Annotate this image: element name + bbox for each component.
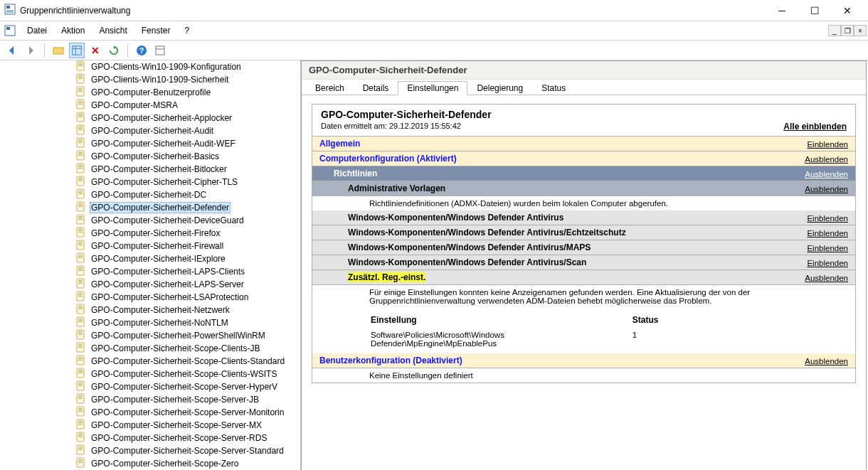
expand-all-link[interactable]: Alle einblenden <box>783 122 847 132</box>
tree-item[interactable]: GPO-Computer-Sicherheit-Firefox <box>0 227 300 240</box>
mdi-restore-button[interactable]: ❐ <box>841 25 854 36</box>
tree-item[interactable]: GPO-Computer-Sicherheit-Scope-Clients-St… <box>0 355 300 368</box>
tree-item[interactable]: GPO-Clients-Win10-1909-Sicherheit <box>0 73 300 86</box>
tree-item[interactable]: GPO-Computer-Sicherheit-Scope-Server-Sta… <box>0 444 300 457</box>
tab-bereich[interactable]: Bereich <box>306 81 354 95</box>
section-admintpl-toggle[interactable]: Ausblenden <box>805 185 848 193</box>
tree-item[interactable]: GPO-Computer-Sicherheit-Defender <box>0 201 300 214</box>
refresh-button[interactable] <box>106 43 122 58</box>
section-computercfg-toggle[interactable]: Ausblenden <box>805 155 848 164</box>
properties-button[interactable] <box>152 43 168 58</box>
svg-rect-31 <box>78 115 83 116</box>
svg-rect-55 <box>78 192 83 193</box>
tree-item-label: GPO-Computer-Sicherheit-NoNTLM <box>90 318 230 328</box>
menu-ansicht[interactable]: Ansicht <box>92 21 134 40</box>
tree-item[interactable]: GPO-Computer-Sicherheit-NoNTLM <box>0 316 300 329</box>
tree-item-label: GPO-Computer-MSRA <box>90 100 179 110</box>
details-view-button[interactable] <box>69 43 85 58</box>
tree-panel[interactable]: GPO-Clients-Win10-1909-KonfigurationGPO-… <box>0 60 301 470</box>
svg-rect-51 <box>78 179 83 180</box>
tree-item[interactable]: GPO-Computer-Sicherheit-Netzwerk <box>0 304 300 316</box>
tree-item[interactable]: GPO-Computer-Sicherheit-Audit-WEF <box>0 137 300 150</box>
svg-rect-106 <box>78 357 83 358</box>
tree-item[interactable]: GPO-Computer-Sicherheit-LAPS-Server <box>0 278 300 291</box>
svg-rect-83 <box>78 282 83 282</box>
gpo-icon <box>75 112 87 125</box>
folder-button[interactable] <box>51 43 66 58</box>
svg-rect-118 <box>78 395 83 396</box>
section-policies-toggle[interactable]: Ausblenden <box>805 170 848 178</box>
window-close-button[interactable]: ✕ <box>831 0 864 21</box>
tree-item[interactable]: GPO-Computer-Sicherheit-Basics <box>0 150 300 163</box>
window-minimize-button[interactable]: ─ <box>766 0 798 21</box>
tree-item[interactable]: GPO-Computer-Sicherheit-Applocker <box>0 112 300 124</box>
tree-item[interactable]: GPO-Computer-Sicherheit-Scope-Server-Mon… <box>0 406 300 419</box>
window-maximize-button[interactable]: ☐ <box>798 0 831 21</box>
tree-item[interactable]: GPO-Computer-Sicherheit-PowerShellWinRM <box>0 329 300 342</box>
tree-item[interactable]: GPO-Computer-Sicherheit-Scope-Zero <box>0 457 300 470</box>
tree-item[interactable]: GPO-Computer-Sicherheit-LAPS-Clients <box>0 265 300 278</box>
tree-item[interactable]: GPO-Computer-Sicherheit-Scope-Clients-WS… <box>0 368 300 380</box>
tree-item-label: GPO-Computer-Sicherheit-Scope-Server-RDS <box>90 433 268 443</box>
menu-fenster[interactable]: Fenster <box>134 21 178 40</box>
tree-item[interactable]: GPO-Computer-Sicherheit-Audit <box>0 124 300 137</box>
svg-rect-2 <box>6 10 14 13</box>
tree-item[interactable]: GPO-Computer-Sicherheit-LSAProtection <box>0 291 300 304</box>
svg-rect-63 <box>78 218 83 218</box>
category-label: Windows-Komponenten/Windows Defender Ant… <box>348 242 591 252</box>
gpo-icon <box>75 316 87 330</box>
svg-rect-47 <box>78 166 83 167</box>
svg-rect-76 <box>78 257 83 258</box>
tree-item[interactable]: GPO-Computer-Benutzerprofile <box>0 86 300 99</box>
tree-item[interactable]: GPO-Computer-Sicherheit-Firewall <box>0 240 300 252</box>
tree-item[interactable]: GPO-Computer-Sicherheit-Scope-Clients-JB <box>0 342 300 355</box>
tree-item[interactable]: GPO-Computer-Sicherheit-Scope-Server-MX <box>0 419 300 432</box>
tree-item-label: GPO-Computer-Sicherheit-Audit <box>90 126 215 136</box>
category-label: Windows-Komponenten/Windows Defender Ant… <box>348 228 626 237</box>
category-toggle[interactable]: Einblenden <box>807 259 848 267</box>
tab-einstellungen[interactable]: Einstellungen <box>398 81 467 95</box>
menu-aktion[interactable]: Aktion <box>54 21 92 40</box>
category-toggle[interactable]: Einblenden <box>807 229 848 237</box>
extra-reg-note: Für einige Einstellungen konnten keine A… <box>312 285 855 308</box>
svg-rect-19 <box>78 77 83 78</box>
tree-item[interactable]: GPO-Computer-Sicherheit-Scope-Server-Hyp… <box>0 380 300 393</box>
tree-item[interactable]: GPO-Computer-Sicherheit-DC <box>0 188 300 201</box>
delete-button[interactable]: ✕ <box>88 43 103 58</box>
report-title: GPO-Computer-Sicherheit-Defender <box>321 109 847 120</box>
category-toggle[interactable]: Einblenden <box>807 244 848 252</box>
menu-help[interactable]: ? <box>177 21 196 40</box>
tree-item[interactable]: GPO-Computer-MSRA <box>0 99 300 112</box>
tab-delegierung[interactable]: Delegierung <box>467 81 532 95</box>
tree-item[interactable]: GPO-Computer-Sicherheit-DeviceGuard <box>0 214 300 227</box>
tree-item[interactable]: GPO-Computer-Sicherheit-IExplore <box>0 252 300 265</box>
extra-reg-toggle[interactable]: Ausblenden <box>805 274 848 282</box>
svg-rect-20 <box>78 78 83 79</box>
tree-item-label: GPO-Computer-Sicherheit-LSAProtection <box>90 292 250 302</box>
help-button[interactable]: ? <box>134 43 149 58</box>
svg-rect-59 <box>78 205 83 205</box>
svg-rect-88 <box>78 296 83 297</box>
category-toggle[interactable]: Einblenden <box>807 214 848 223</box>
svg-rect-23 <box>78 90 83 90</box>
tree-item[interactable]: GPO-Computer-Sicherheit-Cipher-TLS <box>0 176 300 188</box>
tab-details[interactable]: Details <box>354 81 398 95</box>
svg-rect-98 <box>78 331 83 332</box>
row-setting: Software\Policies\Microsoft\Windows Defe… <box>371 329 631 349</box>
tree-item[interactable]: GPO-Computer-Sicherheit-Scope-Server-RDS <box>0 432 300 444</box>
tree-item-label: GPO-Computer-Sicherheit-LAPS-Clients <box>90 267 246 277</box>
mdi-minimize-button[interactable]: _ <box>828 25 841 36</box>
tree-item[interactable]: GPO-Computer-Sicherheit-Scope-Server-JB <box>0 393 300 406</box>
tree-item[interactable]: GPO-Clients-Win10-1909-Konfiguration <box>0 60 300 73</box>
back-button[interactable] <box>4 43 20 58</box>
section-general-toggle[interactable]: Einblenden <box>807 140 848 149</box>
section-usercfg-toggle[interactable]: Ausblenden <box>805 357 848 365</box>
menu-datei[interactable]: Datei <box>20 21 54 40</box>
mdi-close-button[interactable]: × <box>854 25 867 36</box>
forward-button[interactable] <box>23 43 38 58</box>
svg-rect-48 <box>78 168 83 169</box>
svg-rect-96 <box>78 321 83 322</box>
tab-status[interactable]: Status <box>532 81 575 95</box>
tree-item[interactable]: GPO-Computer-Sicherheit-Bitlocker <box>0 163 300 176</box>
tree-item-label: GPO-Computer-Sicherheit-LAPS-Server <box>90 279 245 289</box>
